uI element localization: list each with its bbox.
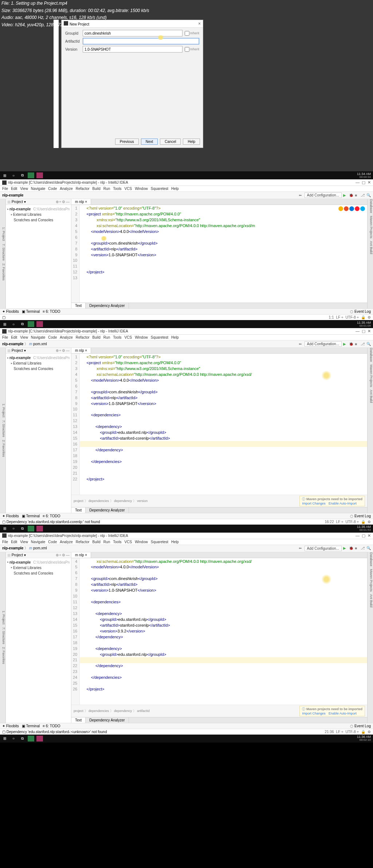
firefox-icon[interactable] [344, 206, 349, 211]
tree-external-libs[interactable]: External Libraries [13, 565, 42, 571]
main-menu[interactable]: File Edit View Navigate Code Analyze Ref… [0, 186, 373, 192]
editor-sub-tab-text[interactable]: Text [71, 507, 86, 513]
menu-build[interactable]: Build [93, 187, 101, 191]
terminal-tool[interactable]: ▣ Terminal [22, 514, 40, 518]
artifactid-input[interactable] [83, 38, 199, 44]
encoding[interactable]: UTF-8 ÷ [345, 315, 359, 319]
menu-view[interactable]: View [20, 187, 28, 191]
menu-build[interactable]: Build [93, 335, 101, 339]
todo-tool[interactable]: ≡ 6: TODO [43, 514, 60, 518]
left-tool-stripe[interactable]: 1: Project 7: Structure 2: Favorites [0, 199, 6, 308]
menu-tools[interactable]: Tools [113, 540, 121, 544]
windows-taskbar-2[interactable]: ⊞ ○ ⧉ 11:35 AM00:01:09 [0, 320, 373, 328]
close-icon[interactable]: ✕ [368, 180, 371, 185]
hide-icon[interactable]: — [66, 553, 70, 557]
menu-window[interactable]: Window [135, 187, 148, 191]
xml-breadcrumb[interactable]: project 〉 dependencies 〉 dependency 〉 ar… [74, 709, 150, 713]
import-changes-link[interactable]: Import Changes [302, 502, 325, 505]
editor-sub-tab-dependency[interactable]: Dependency Analyzer [86, 507, 129, 513]
floobits-tool[interactable]: ✦ Floobits [2, 310, 19, 314]
editor-tab-nlp[interactable]: m nlp × [71, 552, 91, 558]
start-icon[interactable]: ⊞ [1, 736, 8, 742]
settings-icon[interactable]: ⚙ [368, 315, 371, 319]
close-icon[interactable]: ✕ [368, 329, 371, 334]
enable-auto-import-link[interactable]: Enable Auto-Import [329, 502, 357, 505]
collapse-icon[interactable]: ÷ [59, 349, 62, 353]
menu-file[interactable]: File [2, 187, 8, 191]
menu-tools[interactable]: Tools [113, 335, 121, 339]
tree-scratches[interactable]: Scratches and Consoles [14, 366, 53, 371]
menu-window[interactable]: Window [135, 335, 148, 339]
hide-icon[interactable]: — [66, 200, 70, 204]
enable-auto-import-link[interactable]: Enable Auto-Import [329, 712, 357, 715]
editor-tab-nlp[interactable]: m nlp × [71, 348, 91, 353]
add-configuration-button[interactable]: Add Configuration... [305, 341, 342, 347]
menu-run[interactable]: Run [103, 540, 110, 544]
collapse-icon[interactable]: ÷ [59, 553, 62, 557]
stop-icon[interactable]: ■ [355, 193, 359, 198]
terminal-tool[interactable]: ▣ Terminal [22, 310, 40, 314]
editor-sub-tab-dependency[interactable]: Dependency Analyzer [86, 717, 129, 723]
start-icon[interactable]: ⊞ [1, 321, 8, 327]
menu-view[interactable]: View [20, 335, 28, 339]
version-input[interactable] [83, 46, 182, 52]
line-sep[interactable]: LF ÷ [336, 730, 343, 734]
taskview-icon[interactable]: ⧉ [19, 172, 25, 178]
groupid-inherit-checkbox[interactable] [185, 31, 189, 36]
autoscroll-icon[interactable]: ⊕ [56, 200, 59, 204]
editor-sub-tab-dependency[interactable]: Dependency Analyzer [86, 303, 129, 308]
explorer-icon[interactable] [28, 736, 34, 742]
menu-analyze[interactable]: Analyze [60, 335, 73, 339]
menu-squaretest[interactable]: Squaretest [151, 335, 168, 339]
menu-vcs[interactable]: VCS [125, 187, 132, 191]
line-sep[interactable]: LF ÷ [336, 315, 343, 319]
menu-view[interactable]: View [20, 540, 28, 544]
git-icon[interactable]: ⎇ [361, 193, 365, 198]
xml-breadcrumb[interactable]: project 〉 dependencies 〉 dependency 〉 ve… [74, 499, 148, 503]
gear-icon[interactable]: ⚙ [62, 349, 65, 353]
gear-icon[interactable]: ⚙ [62, 553, 65, 557]
menu-vcs[interactable]: VCS [125, 335, 132, 339]
explorer-icon[interactable] [28, 172, 34, 178]
floobits-tool[interactable]: ✦ Floobits [2, 724, 19, 728]
run-icon[interactable]: ▶ [343, 193, 348, 198]
terminal-tool[interactable]: ▣ Terminal [22, 724, 40, 728]
code-area[interactable]: <?xml version="1.0" encoding="UTF-8"?> <… [80, 354, 367, 495]
lock-icon[interactable]: 🔒 [361, 730, 365, 734]
run-icon[interactable]: ▶ [343, 546, 348, 550]
lock-icon[interactable]: 🔒 [361, 520, 365, 524]
tree-root[interactable]: nlp-example [9, 560, 31, 565]
menu-navigate[interactable]: Navigate [31, 540, 45, 544]
event-log-tool[interactable]: ◌ Event Log [350, 514, 371, 518]
tree-scratches[interactable]: Scratches and Consoles [14, 571, 53, 576]
run-icon[interactable]: ▶ [343, 342, 348, 346]
menu-edit[interactable]: Edit [11, 187, 17, 191]
back-icon[interactable]: ⬅ [299, 546, 303, 550]
search-icon[interactable]: 🔍 [366, 193, 371, 198]
menu-refactor[interactable]: Refactor [76, 335, 90, 339]
menu-build[interactable]: Build [93, 540, 101, 544]
menu-run[interactable]: Run [103, 335, 110, 339]
editor[interactable]: m nlp × 12345678910111213 <?xml version=… [71, 199, 367, 308]
tree-root[interactable]: nlp-example [9, 206, 31, 212]
menu-vcs[interactable]: VCS [125, 540, 132, 544]
close-icon[interactable]: × [198, 21, 201, 26]
cortana-icon[interactable]: ○ [10, 172, 17, 178]
main-menu[interactable]: FileEditViewNavigateCodeAnalyzeRefactorB… [0, 335, 373, 340]
start-icon[interactable]: ⊞ [1, 526, 8, 532]
project-tool-window[interactable]: ▦ Project ▾⊕÷⚙— ▸ nlp-example C:\Users\d… [6, 552, 71, 723]
taskview-icon[interactable]: ⧉ [19, 736, 25, 742]
menu-analyze[interactable]: Analyze [60, 540, 73, 544]
browser-icons[interactable] [338, 206, 365, 211]
taskview-icon[interactable]: ⧉ [19, 526, 25, 532]
debug-icon[interactable]: 🐞 [349, 546, 353, 550]
back-icon[interactable]: ⬅ [299, 342, 303, 346]
menu-navigate[interactable]: Navigate [31, 335, 45, 339]
maximize-icon[interactable]: ▢ [362, 329, 365, 334]
right-tool-stripe[interactable]: Database Maven Projects Ant Build [367, 199, 373, 308]
windows-taskbar[interactable]: ⊞ ○ ⧉ 11:34 AM00:00:34 [0, 171, 373, 179]
menu-run[interactable]: Run [103, 187, 110, 191]
tree-scratches[interactable]: Scratches and Consoles [14, 217, 53, 223]
editor-sub-tab-text[interactable]: Text [71, 717, 86, 723]
left-tool-stripe[interactable]: 1: Project 7: Structure 2: Favorites [0, 348, 6, 513]
